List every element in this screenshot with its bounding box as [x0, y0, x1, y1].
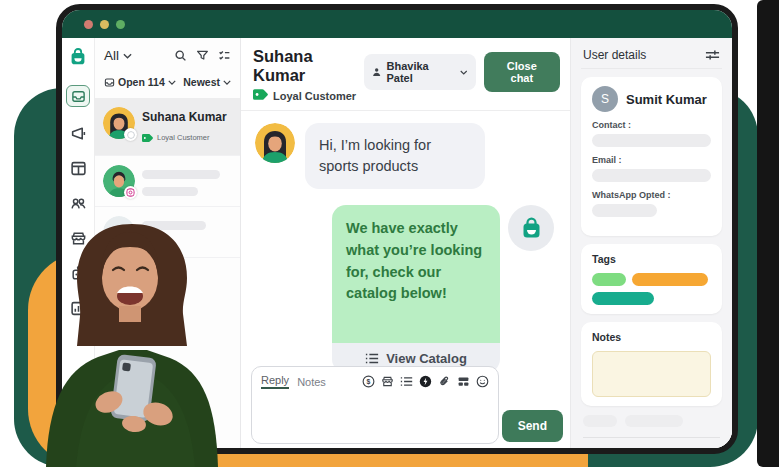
sidebar-item-board[interactable]: [70, 160, 87, 177]
maximize-window-button[interactable]: [116, 20, 125, 29]
inbox-icon: [71, 89, 86, 104]
attachment-icon[interactable]: [438, 375, 451, 388]
conversation-item-selected[interactable]: Suhana Kumar Loyal Customer: [95, 98, 240, 156]
tab-notes[interactable]: Notes: [297, 376, 326, 388]
message-composer: Reply Notes $: [251, 366, 499, 444]
open-status-label: Open: [118, 76, 145, 88]
tab-reply[interactable]: Reply: [261, 374, 289, 389]
avatar: [103, 165, 135, 197]
message-incoming: Hi, I’m looking for sports products: [255, 123, 558, 189]
skeleton-text: [583, 415, 617, 427]
tag-icon: [253, 89, 268, 102]
filter-funnel-icon[interactable]: [196, 49, 209, 62]
divider: [583, 437, 720, 438]
conversation-list-panel: All: [95, 38, 241, 448]
conversation-tag-label: Loyal Customer: [157, 133, 210, 142]
email-field-label: Email :: [592, 155, 711, 165]
shopping-bag-icon: [519, 216, 544, 241]
close-window-button[interactable]: [84, 20, 93, 29]
app-window: All: [56, 4, 738, 454]
templates-icon[interactable]: [457, 375, 470, 388]
inbox-filter-dropdown[interactable]: All: [104, 48, 132, 63]
message-bubble: Hi, I’m looking for sports products: [305, 123, 485, 189]
tags-title: Tags: [592, 253, 711, 265]
contact-field-label: Contact :: [592, 120, 711, 130]
channel-badge-whatsapp: [124, 128, 137, 141]
quick-replies-icon[interactable]: [419, 375, 432, 388]
skeleton-text: [142, 170, 220, 179]
conversation-item[interactable]: [95, 156, 240, 207]
payments-icon[interactable]: $: [362, 375, 375, 388]
open-status-icon: [104, 77, 115, 88]
notes-card: Notes: [581, 322, 722, 406]
app-icon-rail: [62, 38, 95, 448]
send-button[interactable]: Send: [502, 410, 563, 442]
list-icon[interactable]: [400, 375, 413, 388]
window-titlebar: [62, 10, 732, 38]
marketing-graphic: All: [0, 0, 779, 467]
email-field-value: [592, 169, 711, 182]
svg-text:$: $: [367, 378, 371, 386]
chevron-down-icon: [460, 70, 467, 75]
avatar: S: [592, 86, 618, 112]
tags-card: Tags: [581, 244, 722, 314]
shopping-bag-logo-icon: [68, 47, 88, 67]
message-bubble: We have exactly what you’re looking for,…: [332, 205, 500, 373]
whatsapp-opted-field-label: WhatsApp Opted :: [592, 190, 711, 200]
search-icon[interactable]: [174, 49, 187, 62]
user-details-title: User details: [583, 48, 646, 62]
inbox-filter-label: All: [104, 48, 119, 63]
profile-name: Sumit Kumar: [626, 92, 707, 107]
minimize-window-button[interactable]: [100, 20, 109, 29]
sliders-icon[interactable]: [705, 49, 720, 61]
chevron-down-icon: [123, 53, 132, 59]
sort-dropdown[interactable]: Newest: [183, 76, 231, 88]
user-details-panel: User details S Sumit Kumar Contact : Ema…: [570, 38, 732, 448]
avatar: [255, 123, 295, 163]
conversation-name: Suhana Kumar: [142, 107, 227, 124]
sidebar-item-analytics[interactable]: [70, 300, 87, 317]
sidebar-item-campaigns[interactable]: [70, 125, 87, 142]
sidebar-item-inbox[interactable]: [66, 85, 90, 107]
notes-input[interactable]: [592, 351, 711, 397]
contact-field-value: [592, 134, 711, 147]
panel-footer: [581, 415, 722, 440]
person-icon: [372, 67, 381, 77]
tag-pill: [592, 273, 626, 286]
chevron-down-icon: [223, 80, 231, 85]
conversation-item[interactable]: [95, 207, 240, 258]
sidebar-item-bot[interactable]: [70, 265, 87, 282]
message-text: We have exactly what you’re looking for,…: [332, 205, 500, 343]
bulk-select-icon[interactable]: [218, 49, 231, 62]
tag-pill: [592, 292, 654, 305]
open-status-dropdown[interactable]: Open 114: [118, 76, 176, 88]
channel-badge-instagram: [124, 186, 137, 199]
background-edge-scribble: [757, 0, 779, 467]
view-catalog-label: View Catalog: [386, 351, 467, 366]
chat-panel: Suhana Kumar Loyal Customer: [241, 38, 570, 448]
skeleton-text: [142, 221, 206, 230]
catalog-store-icon[interactable]: [381, 375, 394, 388]
tag-icon: [142, 128, 153, 146]
avatar: [103, 216, 135, 248]
assignee-name: Bhavika Patel: [386, 60, 453, 84]
avatar: [103, 107, 135, 139]
close-chat-button[interactable]: Close chat: [484, 52, 560, 92]
sort-label: Newest: [183, 76, 220, 88]
chat-contact-tag: Loyal Customer: [273, 90, 356, 102]
list-icon: [365, 353, 379, 364]
message-input[interactable]: [261, 389, 489, 433]
chevron-down-icon: [168, 80, 176, 85]
shop-bag-badge: [508, 205, 554, 251]
skeleton-text: [142, 187, 198, 196]
emoji-icon[interactable]: [476, 375, 489, 388]
assignee-dropdown[interactable]: Bhavika Patel: [364, 54, 476, 90]
skeleton-text: [625, 415, 683, 427]
message-outgoing: We have exactly what you’re looking for,…: [255, 205, 558, 373]
whatsapp-opted-field-value: [592, 204, 657, 217]
sidebar-item-storefront[interactable]: [70, 230, 87, 247]
tag-pill: [632, 273, 708, 286]
sidebar-item-team[interactable]: [70, 195, 87, 212]
profile-card: S Sumit Kumar Contact : Email : WhatsApp…: [581, 77, 722, 236]
notes-title: Notes: [592, 331, 711, 343]
